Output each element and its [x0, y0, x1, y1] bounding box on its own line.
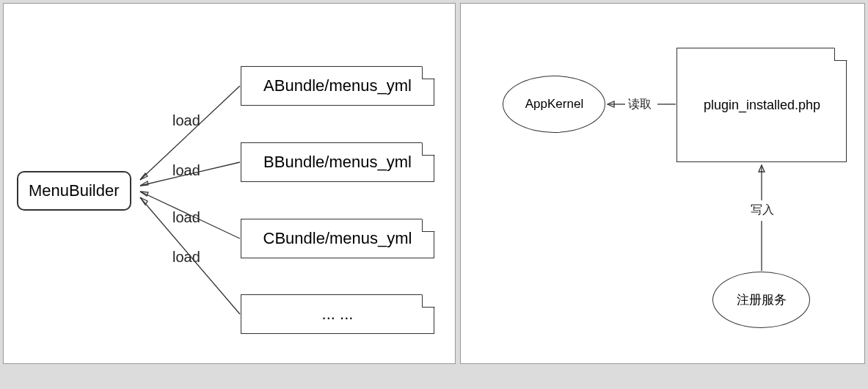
file-label: CBundle/menus_yml [263, 229, 412, 248]
menubuilder-node: MenuBuilder [17, 171, 131, 211]
service-node: 注册服务 [712, 272, 810, 328]
edge-label-write: 写入 [751, 203, 774, 218]
file-node-a: ABundle/menus_yml [241, 66, 434, 106]
file-label: BBundle/menus_yml [263, 153, 412, 172]
right-diagram-panel: AppKernel plugin_installed.php 注册服务 读取 写… [460, 3, 865, 364]
file-label: plugin_installed.php [704, 98, 820, 113]
edge-label-load: load [172, 112, 200, 129]
edge-label-load: load [172, 209, 200, 226]
left-diagram-panel: MenuBuilder ABundle/menus_yml BBundle/me… [3, 3, 456, 364]
file-node-more: ... ... [241, 294, 434, 334]
file-label: ... ... [322, 305, 354, 324]
plugin-file-node: plugin_installed.php [676, 48, 847, 162]
appkernel-node: AppKernel [503, 76, 605, 133]
edge-label-read: 读取 [628, 97, 652, 112]
file-node-c: CBundle/menus_yml [241, 219, 434, 258]
edge-label-load: load [172, 249, 200, 266]
file-label: ABundle/menus_yml [263, 76, 412, 95]
file-node-b: BBundle/menus_yml [241, 142, 434, 182]
edge-label-load: load [172, 162, 200, 179]
